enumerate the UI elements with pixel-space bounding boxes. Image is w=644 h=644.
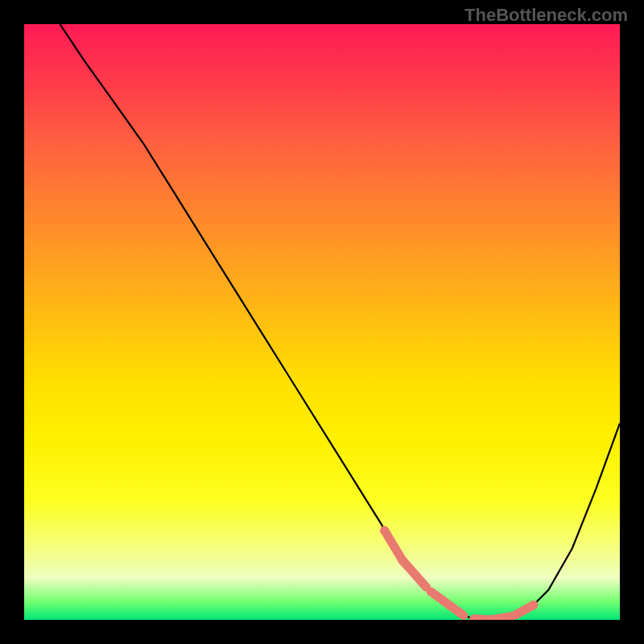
highlight-marker-cap	[380, 526, 389, 535]
highlight-marker-cap	[529, 601, 538, 609]
highlight-markers	[380, 526, 538, 621]
chart-plot-area	[24, 24, 620, 620]
curve-group	[60, 24, 620, 620]
highlight-marker-cap	[511, 610, 520, 619]
highlight-marker	[431, 592, 464, 616]
highlight-marker	[385, 530, 402, 560]
chart-svg-overlay	[24, 24, 620, 620]
highlight-marker	[402, 560, 427, 587]
watermark-text: TheBottleneck.com	[464, 5, 628, 26]
bottleneck-curve	[60, 24, 620, 620]
